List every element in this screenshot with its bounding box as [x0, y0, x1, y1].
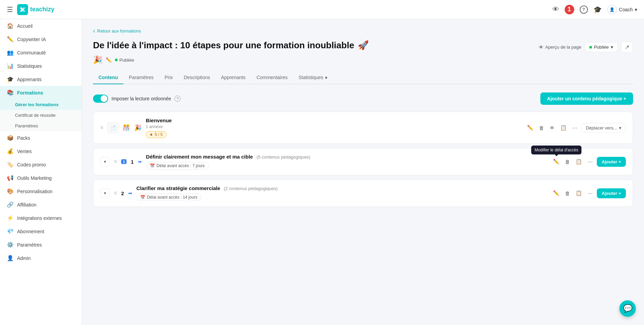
sidebar-item-statistiques[interactable]: 📊 Statistiques — [0, 59, 82, 73]
drag-handle-1[interactable]: ≡ — [114, 159, 117, 165]
add-content-button[interactable]: Ajouter un contenu pédagogique + — [540, 92, 633, 105]
sidebar-item-abonnement[interactable]: 💎 Abonnement — [0, 225, 82, 238]
affiliation-icon: 🔗 — [7, 201, 14, 208]
sidebar-item-admin[interactable]: 👤 Admin — [0, 251, 82, 265]
card-copy-button-bienvenue[interactable]: 📋 — [559, 124, 568, 132]
module-num-label-1: 1 — [131, 159, 133, 165]
module-edit-button-2[interactable]: ✏️ — [552, 189, 561, 197]
help-button[interactable]: ? — [580, 5, 588, 14]
sidebar-item-ventes[interactable]: 💰 Ventes — [0, 145, 82, 158]
share-button[interactable]: ↗ — [621, 41, 633, 53]
share-icon: ↗ — [625, 44, 629, 50]
tab-parametres-label: Paramètres — [129, 75, 154, 80]
trash-icon-bienvenue: 🗑 — [539, 125, 544, 131]
document-icon: 📄 — [110, 125, 116, 130]
sidebar-label-accueil: Accueil — [17, 23, 32, 29]
module-title-1: Définir clairement mon message et ma cib… — [146, 154, 253, 160]
tab-descriptions[interactable]: Descriptions — [178, 71, 215, 84]
sidebar-item-personnalisation[interactable]: 🎨 Personnalisation — [0, 185, 82, 198]
module-card-2: ▾ ≡ 2 ➡ Clarifier ma stratégie commercia… — [93, 179, 633, 207]
abonnement-icon: 💎 — [7, 228, 14, 235]
tab-apprenants[interactable]: Apprenants — [215, 71, 251, 84]
settings-icon: ⚙️ — [7, 241, 14, 248]
sidebar-item-integrations[interactable]: ⚡ Intégrations externes — [0, 211, 82, 225]
eye-button[interactable]: 👁 — [552, 5, 559, 13]
edit-icon-bienvenue: ✏️ — [527, 125, 534, 130]
sidebar-sub-item-params[interactable]: Paramètres — [0, 121, 82, 131]
notification-bell[interactable]: 1 — [565, 5, 574, 14]
module-num-badge-1: 1 — [121, 159, 127, 164]
module-more-button-2[interactable]: ⋯ — [586, 189, 594, 197]
preview-link[interactable]: 👁 Aperçu de la page — [539, 45, 581, 50]
sidebar-item-affiliation[interactable]: 🔗 Affiliation — [0, 198, 82, 211]
graduation-button[interactable]: 🎓 — [593, 5, 602, 14]
marketing-icon: 📢 — [7, 175, 14, 181]
module-copy-button-2[interactable]: 📋 — [574, 189, 583, 197]
card-bienvenue: ≡ 📄 🎊 🎉 Bienvenue 1 annexe ★ 5 / 5 ✏️ — [93, 112, 633, 144]
module-delete-button-1[interactable]: 🗑 — [564, 158, 571, 165]
card-edit-button-bienvenue[interactable]: ✏️ — [526, 124, 535, 132]
tab-parametres[interactable]: Paramètres — [123, 71, 159, 84]
drag-handle-2[interactable]: ≡ — [114, 190, 117, 196]
sidebar-item-outils-marketing[interactable]: 📢 Outils Marketing — [0, 171, 82, 185]
layout: 🏠 Accueil ✏️ Copywriter IA 👥 Communauté … — [0, 19, 644, 325]
module-edit-button-1[interactable]: ✏️ — [552, 158, 561, 165]
drag-handle-bienvenue[interactable]: ≡ — [100, 125, 103, 131]
view-icon-bienvenue: 👁 — [550, 125, 555, 131]
diamond-icon: ♦ — [325, 75, 327, 80]
sidebar-sub-label-params: Paramètres — [15, 123, 38, 128]
sidebar-item-communaute[interactable]: 👥 Communauté — [0, 46, 82, 59]
card-row-bienvenue: ≡ 📄 🎊 🎉 Bienvenue 1 annexe ★ 5 / 5 ✏️ — [100, 117, 626, 138]
logo[interactable]: teachizy — [17, 4, 54, 15]
menu-button[interactable]: ☰ — [7, 5, 13, 14]
module-delete-button-2[interactable]: 🗑 — [564, 190, 571, 197]
expand-button-1[interactable]: ▾ — [100, 157, 110, 166]
card-title-bienvenue: Bienvenue — [146, 117, 172, 123]
user-menu[interactable]: 👤 Coach ▾ — [607, 5, 637, 14]
ordered-reading-toggle[interactable] — [93, 95, 108, 103]
sidebar-item-apprenants[interactable]: 🎓 Apprenants — [0, 73, 82, 86]
sidebar-item-codes-promo[interactable]: 🏷️ Codes promo — [0, 158, 82, 171]
tab-statistiques[interactable]: Statistiques ♦ — [293, 71, 333, 84]
expand-button-2[interactable]: ▾ — [100, 188, 110, 198]
card-view-button-bienvenue[interactable]: 👁 — [548, 124, 556, 132]
breadcrumb[interactable]: ‹ Retour aux formations — [93, 27, 633, 35]
sidebar-item-formations[interactable]: 📚 Formations — [0, 86, 82, 99]
logo-text: teachizy — [30, 6, 54, 13]
tab-commentaires[interactable]: Commentaires — [251, 71, 293, 84]
sidebar-label-integrations: Intégrations externes — [17, 215, 62, 221]
chevron-down-icon-2: ▾ — [104, 191, 106, 196]
published-dot — [115, 59, 118, 61]
move-button-bienvenue[interactable]: Déplacer vers... ▾ — [581, 123, 626, 133]
card-more-button-bienvenue[interactable]: ⋯ — [571, 124, 579, 132]
module-more-button-1[interactable]: ⋯ — [586, 158, 594, 165]
bell-button[interactable]: 1 — [565, 5, 574, 14]
card-delete-button-bienvenue[interactable]: 🗑 — [538, 124, 546, 132]
tab-statistiques-label: Statistiques — [299, 75, 323, 80]
module-copy-button-1[interactable]: 📋 — [574, 158, 583, 165]
ajouter-button-2[interactable]: Ajouter + — [597, 188, 626, 198]
sidebar-item-parametres[interactable]: ⚙️ Paramètres — [0, 238, 82, 251]
sidebar-label-apprenants: Apprenants — [17, 77, 42, 82]
rating-badge-bienvenue: ★ 5 / 5 — [146, 131, 166, 138]
sidebar-label-communaute: Communauté — [17, 50, 46, 55]
meta-emoji: 🎉 — [93, 55, 102, 64]
sidebar-item-copywriter-ia[interactable]: ✏️ Copywriter IA — [0, 33, 82, 46]
status-button[interactable]: Publiée ▾ — [585, 42, 618, 52]
chat-bubble[interactable]: 💬 — [619, 300, 636, 317]
tab-commentaires-label: Commentaires — [257, 75, 288, 80]
sidebar-sub-item-gerer[interactable]: Gérer les formations — [0, 99, 82, 110]
tab-contenu[interactable]: Contenu — [93, 71, 123, 84]
page-header-actions: 👁 Aperçu de la page Publiée ▾ ↗ — [539, 41, 633, 53]
edit-title-button[interactable]: ✏️ — [106, 57, 111, 63]
ajouter-button-1[interactable]: Ajouter + — [597, 157, 626, 167]
card-content-bienvenue: Bienvenue 1 annexe ★ 5 / 5 — [146, 117, 172, 138]
tab-prix[interactable]: Prix — [159, 71, 178, 84]
sidebar-item-packs[interactable]: 📦 Packs — [0, 131, 82, 145]
packs-icon: 📦 — [7, 135, 14, 141]
sidebar-sub-item-certificat[interactable]: Certificat de réussite — [0, 110, 82, 121]
sidebar-item-accueil[interactable]: 🏠 Accueil — [0, 19, 82, 33]
help-icon[interactable]: ? — [174, 96, 181, 102]
avatar: 👤 — [607, 5, 617, 14]
module-row-1: ▾ ≡ 1 1 ➡ Définir clairement mon message… — [100, 154, 626, 170]
